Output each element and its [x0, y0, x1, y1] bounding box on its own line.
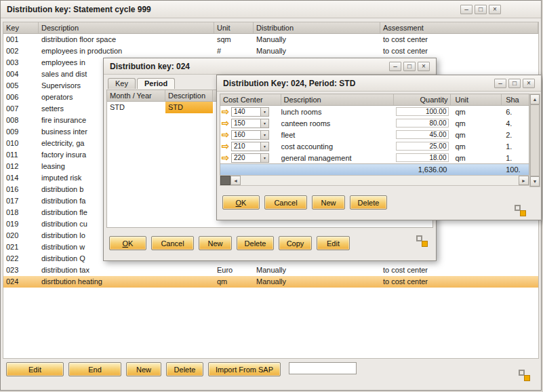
column-header-share[interactable]: Sha — [502, 94, 529, 105]
quantity-field[interactable]: 80.00 — [396, 119, 449, 128]
column-header-month-year[interactable]: Month / Year — [107, 90, 165, 101]
unit-cell[interactable]: qm — [451, 141, 502, 152]
column-header-cost-center[interactable]: Cost Center — [220, 94, 281, 105]
end-button[interactable]: End — [68, 362, 121, 376]
link-arrow-icon[interactable]: ⇨ — [222, 107, 229, 116]
column-header-assessment[interactable]: Assessment — [380, 22, 538, 33]
form-settings-icon[interactable] — [519, 370, 530, 381]
command-input[interactable] — [289, 362, 357, 374]
horizontal-scrollbar[interactable]: ◄ ► — [220, 175, 529, 186]
form-settings-icon[interactable] — [416, 235, 428, 247]
vertical-scroll-thumb[interactable] — [530, 104, 540, 176]
maximize-icon[interactable]: □ — [475, 5, 487, 14]
scroll-left-icon[interactable]: ◄ — [230, 176, 241, 185]
dropdown-chevron-icon[interactable]: ▼ — [260, 108, 268, 116]
row-assess-cell: to cost center — [380, 45, 538, 57]
dropdown-chevron-icon[interactable]: ▼ — [260, 119, 268, 128]
main-titlebar[interactable]: Distribution key: Statement cycle 999 – … — [1, 1, 541, 18]
delete-button[interactable]: Delete — [166, 362, 203, 376]
column-header-unit[interactable]: Unit — [451, 94, 502, 105]
dropdown-chevron-icon[interactable]: ▼ — [260, 131, 268, 139]
description-cell[interactable]: cost accounting — [281, 141, 394, 152]
grid-row[interactable]: ⇨150▼canteen rooms80.00qm4. — [220, 117, 529, 129]
quantity-field[interactable]: 45.00 — [396, 130, 449, 139]
dropdown-chevron-icon[interactable]: ▼ — [260, 154, 268, 162]
grid-row[interactable]: ⇨140▼lunch rooms100.00qm6. — [220, 106, 529, 117]
cancel-button[interactable]: Cancel — [264, 195, 307, 210]
import-from-sap-button[interactable]: Import From SAP — [208, 362, 281, 376]
description-cell[interactable]: general management — [281, 153, 394, 163]
period-dialog-titlebar[interactable]: Distribution Key: 024, Period: STD – □ × — [217, 75, 541, 92]
new-button[interactable]: New — [312, 195, 345, 210]
column-header-key[interactable]: Key — [3, 22, 39, 33]
delete-button[interactable]: Delete — [350, 195, 387, 210]
table-row[interactable]: 023distribution taxEuroManuallyto cost c… — [3, 264, 538, 276]
unit-cell[interactable]: qm — [451, 106, 502, 117]
delete-button[interactable]: Delete — [237, 236, 274, 250]
column-header-description[interactable]: Description — [165, 90, 213, 101]
table-row[interactable]: 024disrtbution heatingqmManuallyto cost … — [3, 276, 538, 288]
ok-button[interactable]: OK — [222, 195, 260, 210]
quantity-field[interactable]: 25.00 — [396, 142, 449, 151]
row-key-cell: 010 — [3, 138, 39, 149]
grid-row[interactable]: ⇨220▼general management18.00qm1. — [220, 152, 529, 163]
horizontal-scroll-track[interactable] — [241, 176, 519, 185]
cancel-button[interactable]: Cancel — [151, 236, 194, 250]
unit-cell[interactable]: qm — [451, 130, 502, 140]
tab-period[interactable]: Period — [137, 78, 175, 89]
unit-cell[interactable]: qm — [451, 118, 502, 129]
key-dialog-titlebar[interactable]: Distribution key: 024 – □ × — [104, 58, 436, 75]
scroll-right-icon[interactable]: ► — [519, 176, 529, 185]
unit-cell[interactable]: qm — [451, 153, 502, 163]
vertical-scroll-track[interactable] — [530, 104, 540, 176]
form-settings-icon[interactable] — [515, 205, 526, 216]
new-button[interactable]: New — [199, 236, 232, 250]
edit-button[interactable]: Edit — [317, 236, 350, 250]
link-arrow-icon[interactable]: ⇨ — [222, 130, 229, 139]
new-button[interactable]: New — [126, 362, 161, 376]
description-cell[interactable]: fleet — [281, 130, 394, 140]
quantity-field[interactable]: 18.00 — [396, 153, 449, 162]
column-header-description[interactable]: Description — [281, 94, 394, 105]
description-cell[interactable]: lunch rooms — [281, 106, 394, 117]
cost-center-value: 210 — [232, 142, 260, 151]
cost-center-dropdown[interactable]: 150▼ — [231, 119, 269, 128]
minimize-icon[interactable]: – — [389, 62, 401, 71]
close-icon[interactable]: × — [489, 5, 501, 14]
grid-row[interactable]: ⇨160▼fleet45.00qm2. — [220, 129, 529, 140]
ok-button[interactable]: OK — [109, 236, 146, 250]
scroll-down-icon[interactable]: ▼ — [530, 176, 540, 187]
vertical-scrollbar[interactable]: ▲ ▼ — [529, 94, 540, 187]
minimize-icon[interactable]: – — [460, 5, 472, 14]
minimize-icon[interactable]: – — [494, 79, 506, 88]
cost-center-dropdown[interactable]: 220▼ — [231, 153, 269, 163]
scroll-up-icon[interactable]: ▲ — [530, 94, 540, 104]
quantity-field[interactable]: 100.00 — [396, 107, 449, 116]
column-header-distribution[interactable]: Distribution — [254, 22, 380, 33]
copy-button[interactable]: Copy — [279, 236, 312, 250]
table-row[interactable]: 002employees in production#Manuallyto co… — [3, 45, 538, 57]
description-cell[interactable]: canteen rooms — [281, 118, 394, 129]
column-header-description[interactable]: Description — [39, 22, 214, 33]
cost-center-dropdown[interactable]: 210▼ — [231, 142, 269, 151]
quantity-cell: 25.00 — [394, 142, 451, 151]
column-split-handle[interactable] — [220, 176, 230, 185]
link-arrow-icon[interactable]: ⇨ — [222, 142, 229, 151]
tab-key[interactable]: Key — [108, 78, 136, 89]
link-arrow-icon[interactable]: ⇨ — [222, 153, 229, 162]
dropdown-chevron-icon[interactable]: ▼ — [260, 142, 268, 151]
maximize-icon[interactable]: □ — [508, 79, 521, 88]
close-icon[interactable]: × — [418, 62, 430, 71]
cost-center-dropdown[interactable]: 140▼ — [231, 107, 269, 117]
edit-button[interactable]: Edit — [6, 362, 64, 376]
column-header-quantity[interactable]: Quantity — [394, 94, 451, 105]
column-header-unit[interactable]: Unit — [214, 22, 254, 33]
period-dialog-button-bar: OK Cancel New Delete — [222, 195, 387, 210]
maximize-icon[interactable]: □ — [403, 62, 416, 71]
cost-center-dropdown[interactable]: 160▼ — [231, 130, 269, 140]
cost-center-value: 220 — [232, 154, 260, 162]
table-row[interactable]: 001distribution floor spacesqmManuallyto… — [3, 34, 538, 45]
grid-row[interactable]: ⇨210▼cost accounting25.00qm1. — [220, 140, 529, 152]
link-arrow-icon[interactable]: ⇨ — [222, 119, 229, 128]
close-icon[interactable]: × — [523, 79, 535, 88]
